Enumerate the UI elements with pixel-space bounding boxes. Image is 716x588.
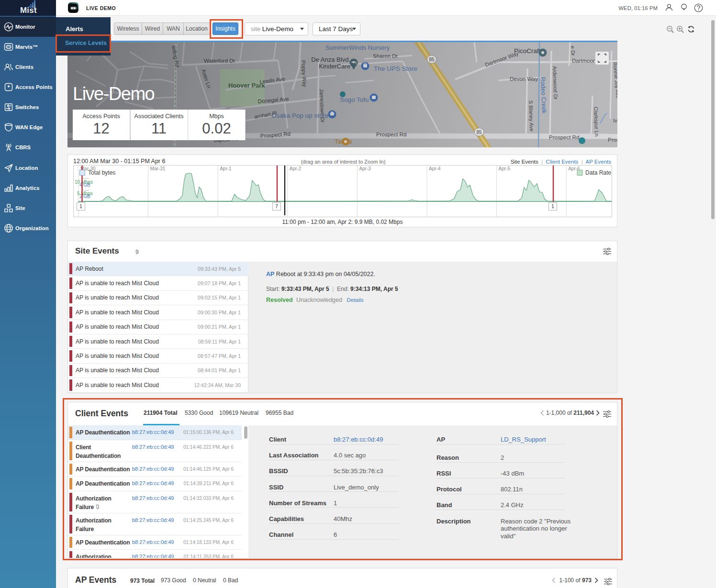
svg-text:Apr-1: Apr-1 <box>220 166 232 171</box>
svg-text:Apr-4: Apr-4 <box>429 166 441 171</box>
svg-text:Apr-5: Apr-5 <box>499 166 511 171</box>
svg-text:Data Rate: Data Rate <box>585 169 611 176</box>
svg-text:Apr-3: Apr-3 <box>359 166 371 171</box>
svg-text:4 GB: 4 GB <box>79 182 90 188</box>
svg-text:Apr-2: Apr-2 <box>290 166 302 171</box>
svg-text:Total bytes: Total bytes <box>88 169 115 176</box>
svg-text:Mar-31: Mar-31 <box>150 166 166 171</box>
svg-text:2 GB: 2 GB <box>79 194 90 199</box>
